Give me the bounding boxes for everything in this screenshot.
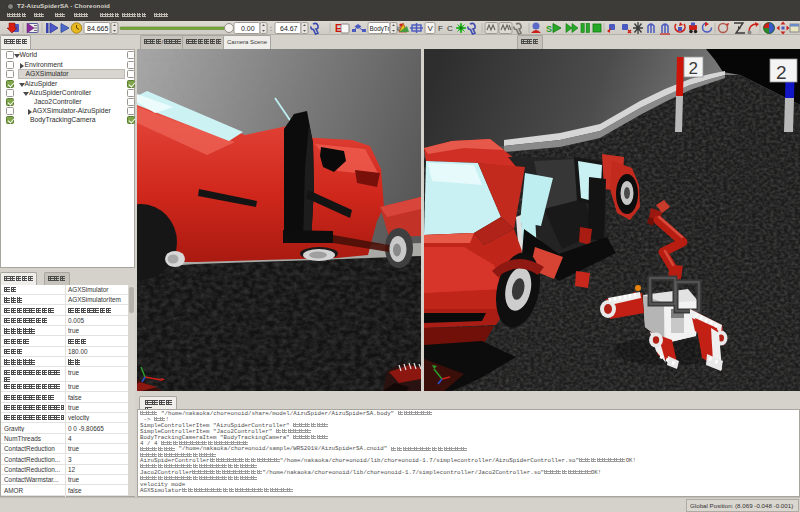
svg-text:E: E — [335, 23, 342, 34]
svg-text:2: 2 — [689, 59, 698, 78]
svg-text:V: V — [428, 24, 434, 33]
svg-text:64.67: 64.67 — [280, 25, 298, 32]
svg-text:0.00: 0.00 — [241, 25, 255, 32]
svg-text:84.665: 84.665 — [87, 25, 109, 32]
svg-text:F: F — [438, 24, 443, 33]
svg-text::: : — [270, 25, 272, 32]
svg-text:C: C — [447, 24, 453, 33]
svg-text:S: S — [546, 24, 552, 34]
svg-text:2: 2 — [776, 62, 787, 83]
